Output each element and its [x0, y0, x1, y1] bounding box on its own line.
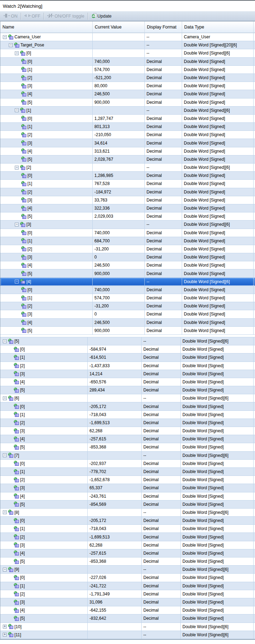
current-value-cell[interactable]: 34,614 [93, 139, 145, 147]
current-value-cell[interactable] [93, 41, 145, 49]
current-value-cell[interactable]: -1,699,513 [88, 419, 142, 427]
current-value-cell[interactable] [93, 33, 145, 41]
current-value-cell[interactable]: -853,368 [88, 557, 142, 566]
watch-row-6-elem-2[interactable]: [2]-1,699,513DecimalDouble Word [Signed] [0, 419, 255, 427]
current-value-cell[interactable]: -642,155 [88, 606, 142, 614]
current-value-cell[interactable]: 80,000 [93, 82, 145, 90]
watch-row-3-elem-4[interactable]: [4]246,500DecimalDouble Word [Signed] [0, 261, 255, 269]
current-value-cell[interactable]: 246,500 [93, 261, 145, 269]
current-value-cell[interactable]: 767,528 [93, 180, 145, 188]
current-value-cell[interactable]: 684,700 [93, 237, 145, 245]
watch-row-group-2[interactable]: −[2]--Double Word [Signed][6] [0, 164, 255, 172]
watch-row-6-elem-5[interactable]: [5]-853,368DecimalDouble Word [Signed] [0, 443, 255, 451]
current-value-cell[interactable] [93, 221, 145, 229]
current-value-cell[interactable]: 14,214 [88, 370, 142, 378]
watch-row-camera-user[interactable]: −Camera_User--Camera_User [0, 33, 255, 41]
watch-row-3-elem-5[interactable]: [5]900,000DecimalDouble Word [Signed] [0, 269, 255, 278]
collapse-minus-icon[interactable]: − [9, 43, 13, 47]
watch-row-8-elem-4[interactable]: [4]-257,615DecimalDouble Word [Signed] [0, 549, 255, 557]
current-value-cell[interactable]: -210,050 [93, 131, 145, 139]
column-header-format[interactable]: Display Format [145, 21, 182, 33]
current-value-cell[interactable]: -1,437,833 [88, 362, 142, 370]
watch-row-6-elem-3[interactable]: [3]62,268DecimalDouble Word [Signed] [0, 427, 255, 435]
watch-row-group-11[interactable]: +[11]--Double Word [Signed][6] [0, 631, 255, 639]
watch-row-7-elem-2[interactable]: [2]-1,652,678DecimalDouble Word [Signed] [0, 476, 255, 484]
watch-row-3-elem-1[interactable]: [1]684,700DecimalDouble Word [Signed] [0, 237, 255, 245]
watch-row-0-elem-1[interactable]: [1]574,700DecimalDouble Word [Signed] [0, 66, 255, 74]
watch-row-1-elem-2[interactable]: [2]-210,050DecimalDouble Word [Signed] [0, 131, 255, 139]
current-value-cell[interactable]: 246,500 [93, 319, 145, 327]
current-value-cell[interactable]: 31,096 [88, 598, 142, 606]
current-value-cell[interactable]: 0 [93, 253, 145, 261]
current-value-cell[interactable] [88, 509, 142, 517]
watch-row-4-elem-5[interactable]: [5]900,000DecimalDouble Word [Signed] [0, 327, 255, 335]
watch-row-6-elem-1[interactable]: [1]-718,043DecimalDouble Word [Signed] [0, 411, 255, 419]
current-value-cell[interactable]: -584,974 [88, 345, 142, 353]
collapse-minus-icon[interactable]: − [3, 453, 7, 457]
watch-row-4-elem-2[interactable]: [2]-31,200DecimalDouble Word [Signed] [0, 302, 255, 310]
current-value-cell[interactable] [93, 107, 145, 115]
watch-row-5-elem-2[interactable]: [2]-1,437,833DecimalDouble Word [Signed] [0, 362, 255, 370]
watch-row-2-elem-1[interactable]: [1]767,528DecimalDouble Word [Signed] [0, 180, 255, 188]
watch-row-8-elem-3[interactable]: [3]62,268DecimalDouble Word [Signed] [0, 541, 255, 549]
current-value-cell[interactable]: 574,700 [93, 294, 145, 302]
watch-row-4-elem-0[interactable]: [0]740,000DecimalDouble Word [Signed] [0, 286, 255, 294]
current-value-cell[interactable] [88, 566, 142, 574]
watch-row-group-1[interactable]: −[1]--Double Word [Signed][6] [0, 107, 255, 115]
watch-row-group-7[interactable]: −[7]--Double Word [Signed][6] [0, 452, 255, 460]
watch-row-1-elem-1[interactable]: [1]801,313DecimalDouble Word [Signed] [0, 123, 255, 131]
watch-row-1-elem-0[interactable]: [0]1,287,747DecimalDouble Word [Signed] [0, 115, 255, 123]
watch-row-3-elem-2[interactable]: [2]-31,200DecimalDouble Word [Signed] [0, 245, 255, 253]
current-value-cell[interactable]: 1,286,985 [93, 172, 145, 180]
watch-row-2-elem-0[interactable]: [0]1,286,985DecimalDouble Word [Signed] [0, 172, 255, 180]
current-value-cell[interactable]: -184,972 [93, 188, 145, 196]
current-value-cell[interactable]: 900,000 [93, 98, 145, 107]
collapse-minus-icon[interactable]: − [15, 108, 19, 112]
collapse-minus-icon[interactable]: − [3, 35, 7, 39]
watch-row-9-elem-1[interactable]: [1]-241,722DecimalDouble Word [Signed] [0, 582, 255, 590]
current-value-cell[interactable]: 62,268 [88, 427, 142, 435]
current-value-cell[interactable]: 62,268 [88, 541, 142, 549]
watch-row-4-elem-4[interactable]: [4]246,500DecimalDouble Word [Signed] [0, 319, 255, 327]
watch-row-5-elem-1[interactable]: [1]-614,501DecimalDouble Word [Signed] [0, 353, 255, 362]
update-button[interactable]: Update [89, 12, 114, 20]
watch-row-group-8[interactable]: −[8]--Double Word [Signed][6] [0, 509, 255, 517]
current-value-cell[interactable]: -778,702 [88, 468, 142, 476]
current-value-cell[interactable]: -31,200 [93, 302, 145, 310]
current-value-cell[interactable]: -854,569 [88, 500, 142, 509]
watch-row-8-elem-2[interactable]: [2]-1,699,513DecimalDouble Word [Signed] [0, 533, 255, 541]
current-value-cell[interactable]: -205,172 [88, 517, 142, 525]
watch-row-9-elem-2[interactable]: [2]-1,791,349DecimalDouble Word [Signed] [0, 590, 255, 598]
current-value-cell[interactable]: 65,337 [88, 484, 142, 492]
watch-row-9-elem-3[interactable]: [3]31,096DecimalDouble Word [Signed] [0, 598, 255, 606]
current-value-cell[interactable]: -205,172 [88, 402, 142, 410]
current-value-cell[interactable]: -1,791,349 [88, 590, 142, 598]
watch-row-0-elem-3[interactable]: [3]80,000DecimalDouble Word [Signed] [0, 82, 255, 90]
expand-plus-icon[interactable]: + [3, 625, 7, 629]
watch-row-0-elem-4[interactable]: [4]246,500DecimalDouble Word [Signed] [0, 90, 255, 98]
watch-row-4-elem-3[interactable]: [3]0DecimalDouble Word [Signed] [0, 310, 255, 318]
current-value-cell[interactable]: 740,000 [93, 58, 145, 66]
watch-row-9-elem-0[interactable]: [0]-227,026DecimalDouble Word [Signed] [0, 574, 255, 582]
collapse-minus-icon[interactable]: − [3, 339, 7, 343]
on-off-toggle-button[interactable]: ON/OFF toggle [45, 12, 87, 20]
watch-row-4-elem-1[interactable]: [1]574,700DecimalDouble Word [Signed] [0, 294, 255, 302]
collapse-minus-icon[interactable]: − [3, 396, 7, 400]
column-header-type[interactable]: Data Type [182, 21, 254, 33]
watch-row-6-elem-4[interactable]: [4]-257,615DecimalDouble Word [Signed] [0, 435, 255, 443]
current-value-cell[interactable] [93, 164, 145, 172]
current-value-cell[interactable]: -257,615 [88, 435, 142, 443]
current-value-cell[interactable]: -650,576 [88, 378, 142, 386]
watch-row-9-elem-5[interactable]: [5]-832,642DecimalDouble Word [Signed] [0, 614, 255, 623]
watch-row-5-elem-5[interactable]: [5]289,434DecimalDouble Word [Signed] [0, 386, 255, 394]
current-value-cell[interactable]: -243,761 [88, 492, 142, 500]
watch-row-5-elem-0[interactable]: [0]-584,974DecimalDouble Word [Signed] [0, 345, 255, 353]
on-button[interactable]: ON [1, 12, 20, 20]
watch-row-group-10[interactable]: +[10]--Double Word [Signed][6] [0, 623, 255, 631]
watch-row-8-elem-1[interactable]: [1]-718,043DecimalDouble Word [Signed] [0, 525, 255, 533]
watch-row-7-elem-4[interactable]: [4]-243,761DecimalDouble Word [Signed] [0, 492, 255, 500]
watch-row-7-elem-0[interactable]: [0]-202,937DecimalDouble Word [Signed] [0, 460, 255, 468]
current-value-cell[interactable]: 740,000 [93, 286, 145, 294]
current-value-cell[interactable] [88, 452, 142, 460]
watch-row-2-elem-2[interactable]: [2]-184,972DecimalDouble Word [Signed] [0, 188, 255, 196]
